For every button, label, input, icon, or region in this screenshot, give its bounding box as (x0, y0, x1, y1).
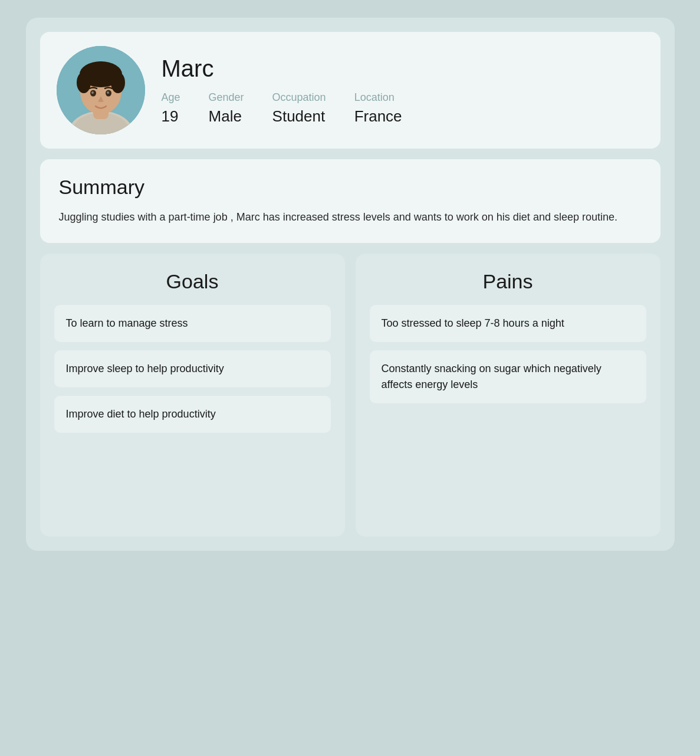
pain-item: Constantly snacking on sugar which negat… (370, 350, 646, 403)
stat-value: 19 (162, 107, 180, 126)
summary-text: Juggling studies with a part-time job , … (59, 208, 642, 226)
svg-point-7 (111, 72, 125, 93)
profile-stats: Age19GenderMaleOccupationStudentLocation… (162, 91, 644, 126)
pains-section: Pains Too stressed to sleep 7-8 hours a … (356, 254, 660, 537)
svg-point-11 (107, 91, 109, 94)
stat-value: Student (272, 107, 326, 126)
profile-name: Marc (162, 55, 644, 82)
goals-list: To learn to manage stressImprove sleep t… (54, 305, 331, 433)
stat-label: Location (354, 91, 402, 104)
pains-list: Too stressed to sleep 7-8 hours a nightC… (370, 305, 646, 403)
profile-info: Marc Age19GenderMaleOccupationStudentLoc… (162, 55, 644, 126)
goal-item: Improve diet to help productivity (54, 396, 331, 433)
stat-item: GenderMale (209, 91, 244, 126)
stat-item: Age19 (162, 91, 180, 126)
stat-value: France (354, 107, 402, 126)
profile-section: Marc Age19GenderMaleOccupationStudentLoc… (40, 32, 660, 149)
stat-value: Male (209, 107, 244, 126)
pains-title: Pains (370, 270, 646, 293)
goals-section: Goals To learn to manage stressImprove s… (40, 254, 345, 537)
summary-section: Summary Juggling studies with a part-tim… (40, 159, 660, 243)
stat-label: Age (162, 91, 180, 104)
goal-item: To learn to manage stress (54, 305, 331, 342)
avatar (57, 46, 145, 134)
stat-label: Occupation (272, 91, 326, 104)
avatar-container (57, 46, 145, 134)
goal-item: Improve sleep to help productivity (54, 350, 331, 387)
stat-label: Gender (209, 91, 244, 104)
pain-item: Too stressed to sleep 7-8 hours a night (370, 305, 646, 342)
summary-title: Summary (59, 176, 642, 199)
persona-card: Marc Age19GenderMaleOccupationStudentLoc… (26, 18, 675, 551)
svg-point-10 (91, 91, 94, 94)
goals-pains-row: Goals To learn to manage stressImprove s… (40, 254, 660, 537)
svg-point-6 (77, 72, 91, 93)
goals-title: Goals (54, 270, 331, 293)
stat-item: LocationFrance (354, 91, 402, 126)
stat-item: OccupationStudent (272, 91, 326, 126)
